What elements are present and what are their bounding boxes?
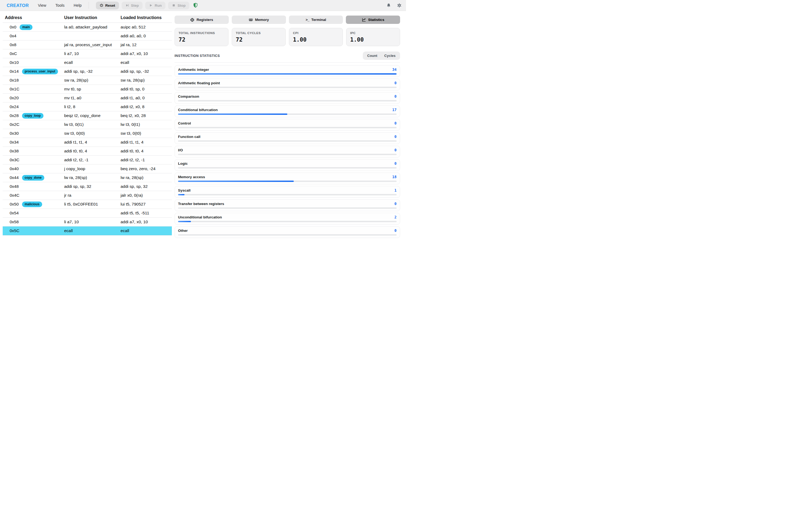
stat-bar-fill [178,114,287,115]
tab-statistics[interactable]: Statistics [346,16,400,24]
table-row[interactable]: 0x44copy_donelw ra, 28(sp)lw ra, 28(sp) [3,174,172,182]
column-header-user-instruction: User Instruction [63,11,119,23]
stat-bar-row: Unconditional bifurcation2 [178,215,396,219]
gear-icon[interactable] [397,3,402,8]
table-row[interactable]: 0x3Caddi t2, t2, -1addi t2, t2, -1 [3,156,172,165]
table-row[interactable]: 0x8jal ra, process_user_inputjal ra, 12 [3,41,172,49]
count-cycles-toggle: Count Cycles [363,51,400,60]
cpu-chip-icon [190,18,194,22]
stat-bar-row: Comparison0 [178,94,396,99]
table-row[interactable]: 0x54addi t5, t5, -511 [3,209,172,217]
stat-bar-value: 0 [394,81,396,85]
menu-help[interactable]: Help [74,3,82,7]
table-row[interactable]: 0x2Clw t3, 0(t1)lw t3, 0(t1) [3,120,172,129]
address-text: 0x10 [10,60,19,65]
address-cell: 0x58 [3,217,63,226]
table-row[interactable]: 0x18sw ra, 28(sp)sw ra, 28(sp) [3,76,172,85]
stat-bar-track [178,167,396,168]
user-instruction-cell: li t5, 0xC0FFEE01 [63,200,119,209]
stat-bar-fill [178,181,294,182]
stop-icon [172,3,176,7]
table-row[interactable]: 0x0mainla a0, attacker_payloadauipc a0, … [3,23,172,32]
table-row[interactable]: 0x34addi t1, t1, 4addi t1, t1, 4 [3,138,172,147]
table-row[interactable]: 0x30sw t3, 0(t0)sw t3, 0(t0) [3,129,172,138]
user-instruction-cell: jal ra, process_user_input [63,41,119,49]
toggle-cycles-button[interactable]: Cycles [381,54,398,58]
instruction-stats-list: Arithmetic integer34Arithmetic floating … [175,65,400,238]
table-row[interactable]: 0x50maliciousli t5, 0xC0FFEE01lui t5, 79… [3,200,172,209]
table-row[interactable]: 0x4Cjr rajalr x0, 0(ra) [3,191,172,200]
table-row[interactable]: 0x38addi t0, t0, 4addi t0, t0, 4 [3,147,172,156]
loaded-instruction-cell: addi t1, t1, 4 [119,138,172,147]
table-row[interactable]: 0x14process_user_inputaddi sp, sp, -32ad… [3,67,172,76]
loaded-instruction-cell: beq zero, zero, -24 [119,165,172,174]
tab-terminal[interactable]: >_ Terminal [289,16,343,24]
bell-icon[interactable] [387,3,391,8]
loaded-instruction-cell: lui t5, 790527 [119,200,172,209]
instruction-table-panel: Address User Instruction Loaded Instruct… [3,11,172,235]
stat-bar-value: 2 [394,215,396,219]
address-text: 0x18 [10,78,19,82]
address-text: 0x5C [10,228,19,233]
table-row[interactable]: 0x58li a7, 10addi a7, x0, 10 [3,217,172,226]
stat-bar-card: Memory access18 [175,172,400,184]
user-instruction-cell: sw t3, 0(t0) [63,129,119,138]
table-row[interactable]: 0x20mv t1, a0addi t1, a0, 0 [3,94,172,103]
address-cell: 0x14process_user_input [3,67,63,76]
toggle-count-button[interactable]: Count [364,54,380,58]
stat-bar-card: Other0 [175,226,400,238]
user-instruction-cell: lw t3, 0(t1) [63,120,119,129]
address-cell: 0x54 [3,209,63,217]
stat-bar-label: Function call [178,135,200,139]
app-logo[interactable]: CREATOR [7,3,29,8]
user-instruction-cell: sw ra, 28(sp) [63,76,119,85]
cpi-card: CPI 1.00 [289,28,343,46]
column-header-address: Address [3,11,63,23]
stat-bar-track [178,100,396,102]
reset-button[interactable]: Reset [96,2,119,10]
address-cell: 0x18 [3,76,63,85]
address-cell: 0x4C [3,191,63,200]
tab-registers[interactable]: Registers [175,16,229,24]
loaded-instruction-cell: addi t0, t0, 4 [119,147,172,156]
toolbar-divider [89,2,89,9]
run-button[interactable]: Run [145,2,165,10]
address-cell: 0xC [3,49,63,58]
tab-memory[interactable]: Memory [232,16,286,24]
table-row[interactable]: 0x40j copy_loopbeq zero, zero, -24 [3,165,172,174]
address-cell: 0x24 [3,103,63,111]
stat-card-value: 72 [236,36,282,43]
address-text: 0x30 [10,131,19,136]
user-instruction-cell: jr ra [63,191,119,200]
table-row[interactable]: 0x1Cmv t0, spaddi t0, sp, 0 [3,85,172,94]
table-row[interactable]: 0x5Cecallecall [3,226,172,235]
stat-bar-value: 34 [392,67,396,72]
table-row[interactable]: 0x28copy_loopbeqz t2, copy_donebeq t2, x… [3,111,172,120]
stat-bar-card: Function call0 [175,132,400,144]
table-row[interactable]: 0x48addi sp, sp, 32addi sp, sp, 32 [3,182,172,191]
stat-bar-card: Conditional bifurcation17 [175,105,400,117]
table-row[interactable]: 0xCli a7, 10addi a7, x0, 10 [3,49,172,58]
address-text: 0x20 [10,95,19,100]
user-instruction-cell: addi t1, t1, 4 [63,138,119,147]
address-cell: 0x48 [3,182,63,191]
menu-view[interactable]: View [38,3,46,7]
stat-bar-value: 0 [394,94,396,99]
table-row[interactable]: 0x4addi a0, a0, 0 [3,32,172,41]
stat-bar-label: Arithmetic integer [178,67,209,72]
address-cell: 0x3C [3,156,63,165]
label-badge: main [19,25,32,30]
stat-bar-track [178,207,396,209]
total-cycles-card: TOTAL CYCLES 72 [232,28,286,46]
address-text: 0x38 [10,149,19,153]
table-row[interactable]: 0x24li t2, 8addi t2, x0, 8 [3,103,172,111]
loaded-instruction-cell: addi t1, a0, 0 [119,94,172,103]
stop-button[interactable]: Stop [168,2,189,10]
stat-bar-value: 1 [394,188,396,192]
stat-bar-label: Memory access [178,175,205,179]
address-cell: 0x30 [3,129,63,138]
table-row[interactable]: 0x10ecallecall [3,58,172,67]
step-button[interactable]: Step [122,2,143,10]
menu-tools[interactable]: Tools [55,3,64,7]
user-instruction-cell [63,32,119,41]
